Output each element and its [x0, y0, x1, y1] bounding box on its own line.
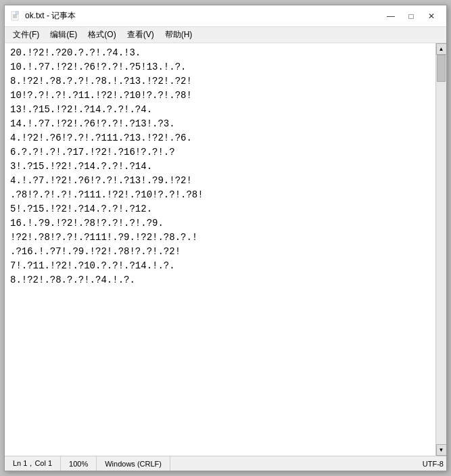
minimize-button[interactable]: —: [381, 8, 400, 24]
close-button[interactable]: ✕: [422, 8, 441, 24]
app-icon: [10, 11, 21, 22]
maximize-button[interactable]: □: [402, 8, 421, 24]
encoding: UTF-8: [170, 456, 446, 471]
text-editor[interactable]: 20.!?2!.?20.?.?!.?4.!3. 10.!.?7.!?2!.?6!…: [5, 43, 435, 456]
menu-help[interactable]: 帮助(H): [160, 27, 198, 43]
menu-format[interactable]: 格式(O): [82, 27, 121, 43]
title-bar-left: ok.txt - 记事本: [10, 10, 76, 22]
title-bar: ok.txt - 记事本 — □ ✕: [5, 5, 446, 27]
status-bar: Ln 1，Col 1 100% Windows (CRLF) UTF-8: [5, 456, 446, 471]
scroll-thumb[interactable]: [437, 55, 446, 82]
vertical-scrollbar[interactable]: ▲ ▼: [435, 43, 446, 456]
scroll-up-button[interactable]: ▲: [436, 43, 447, 55]
line-ending: Windows (CRLF): [97, 456, 170, 471]
menu-bar: 文件(F) 编辑(E) 格式(O) 查看(V) 帮助(H): [5, 27, 446, 43]
menu-view[interactable]: 查看(V): [122, 27, 160, 43]
zoom-level: 100%: [61, 456, 97, 471]
scroll-track[interactable]: [436, 55, 446, 444]
menu-edit[interactable]: 编辑(E): [45, 27, 82, 43]
window-title: ok.txt - 记事本: [25, 10, 76, 22]
window-controls: — □ ✕: [381, 8, 441, 24]
menu-file[interactable]: 文件(F): [7, 27, 45, 43]
cursor-position: Ln 1，Col 1: [5, 456, 61, 471]
main-window: ok.txt - 记事本 — □ ✕ 文件(F) 编辑(E) 格式(O) 查看(…: [4, 5, 447, 471]
svg-rect-1: [16, 11, 18, 14]
scroll-down-button[interactable]: ▼: [436, 444, 447, 456]
editor-area: 20.!?2!.?20.?.?!.?4.!3. 10.!.?7.!?2!.?6!…: [5, 43, 446, 456]
